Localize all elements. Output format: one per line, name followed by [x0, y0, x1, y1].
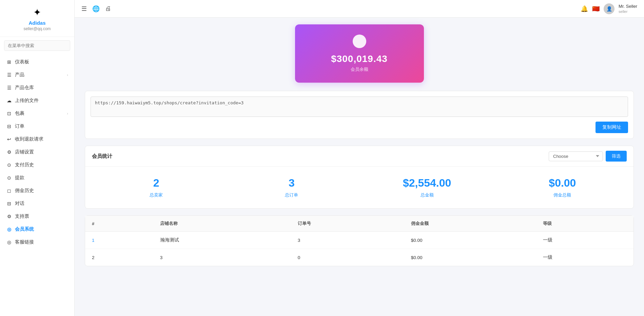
stats-section: 会员统计 Choose 筛选 2 总卖家 3 总订单 $2	[85, 146, 634, 209]
menu-icon[interactable]: ☰	[81, 5, 87, 13]
sidebar-nav: ⊞ 仪表板 ☰ 产品 › ☰ 产品仓库 ☁ 上传的文件 ⊡	[0, 54, 74, 316]
table-body: 1 瀚海测试 3 $0.00 一级 2 3 0 $0.00 一级	[85, 232, 633, 266]
stat-label: 佣金总额	[498, 192, 627, 198]
balance-card: $300,019.43 会员余额	[295, 24, 424, 83]
table-row: 1 瀚海测试 3 $0.00 一级	[85, 232, 633, 249]
topbar-left: ☰ 🌐 🖨	[81, 5, 111, 13]
topbar: ☰ 🌐 🖨 🔔 🇨🇳 👤 Mr. Seller seller	[75, 0, 644, 18]
globe-icon[interactable]: 🌐	[92, 5, 100, 13]
sidebar-item-label: 产品仓库	[15, 85, 34, 91]
user-info: Mr. Seller seller	[619, 4, 637, 14]
avatar-icon: 👤	[606, 6, 612, 12]
stat-total-orders: 3 总订单	[227, 177, 356, 198]
cell-id: 1	[85, 232, 153, 249]
invite-url-textarea[interactable]	[91, 97, 628, 117]
sidebar-item-label: 店铺设置	[15, 149, 34, 155]
stat-value: 2	[92, 177, 220, 189]
cell-commission: $0.00	[404, 232, 536, 249]
cell-level: 一级	[536, 249, 633, 266]
sidebar-item-label: 支持票	[15, 213, 29, 219]
cell-shop-name: 3	[153, 249, 291, 266]
sidebar-item-commission-history[interactable]: ◻ 佣金历史	[0, 184, 74, 197]
sidebar-item-dashboard[interactable]: ⊞ 仪表板	[0, 56, 74, 68]
sidebar-item-label: 包裹	[15, 110, 24, 117]
cell-id: 2	[85, 249, 153, 266]
stat-label: 总金额	[363, 192, 491, 198]
sidebar-item-label: 产品	[15, 72, 24, 78]
username-label: Mr. Seller	[619, 4, 637, 9]
col-level: 等级	[536, 216, 633, 232]
sidebar: ✦ Adidas seller@qq.com ⊞ 仪表板 ☰ 产品 › ☰ 产品…	[0, 0, 75, 316]
row-id-link[interactable]: 1	[92, 238, 95, 243]
settings-icon: ⚙	[6, 149, 12, 155]
sidebar-item-orders[interactable]: ⊟ 订单	[0, 120, 74, 133]
copy-url-button[interactable]: 复制网址	[596, 122, 628, 133]
sidebar-item-label: 佣金历史	[15, 188, 34, 194]
sidebar-item-customer-link[interactable]: ◎ 客服链接	[0, 236, 74, 249]
notification-bell-icon[interactable]: 🔔	[581, 5, 588, 13]
col-order-number: 订单号	[291, 216, 404, 232]
chevron-right-icon: ›	[67, 111, 68, 115]
sidebar-item-affiliate[interactable]: ◎ 会员系统	[0, 223, 74, 236]
dashboard-icon: ⊞	[6, 59, 12, 65]
stats-header: 会员统计 Choose 筛选	[85, 146, 633, 167]
col-shop-name: 店铺名称	[153, 216, 291, 232]
withdraw-icon: ⊙	[6, 175, 12, 181]
stat-label: 总卖家	[92, 192, 220, 198]
sidebar-item-shop-settings[interactable]: ⚙ 店铺设置	[0, 146, 74, 159]
sidebar-item-uploads[interactable]: ☁ 上传的文件	[0, 94, 74, 107]
upload-icon: ☁	[6, 98, 12, 103]
sidebar-item-payment-history[interactable]: ⊙ 支付历史	[0, 159, 74, 171]
sidebar-item-refunds[interactable]: ↩ 收到退款请求	[0, 133, 74, 146]
sidebar-item-warehouse[interactable]: ☰ 产品仓库	[0, 81, 74, 94]
stats-grid: 2 总卖家 3 总订单 $2,554.00 总金额 $0.00 佣金总额	[85, 167, 633, 208]
sidebar-item-products[interactable]: ☰ 产品 ›	[0, 68, 74, 81]
balance-circle-decoration	[353, 35, 366, 48]
language-flag-icon[interactable]: 🇨🇳	[592, 5, 600, 13]
filter-button[interactable]: 筛选	[606, 151, 627, 162]
stats-filter-area: Choose 筛选	[549, 151, 627, 162]
sidebar-item-label: 支付历史	[15, 162, 34, 168]
cell-orders: 3	[291, 232, 404, 249]
stat-value: $2,554.00	[363, 177, 491, 189]
sidebar-item-label: 收到退款请求	[15, 136, 43, 142]
chevron-right-icon: ›	[67, 73, 68, 77]
sidebar-item-label: 客服链接	[15, 239, 34, 245]
brand-logo: ✦	[33, 7, 41, 18]
topbar-right: 🔔 🇨🇳 👤 Mr. Seller seller	[581, 3, 637, 14]
sidebar-item-packages[interactable]: ⊡ 包裹 ›	[0, 107, 74, 120]
chat-icon: ⊟	[6, 201, 12, 206]
customer-icon: ◎	[6, 239, 12, 245]
sidebar-brand: ✦ Adidas seller@qq.com	[0, 0, 74, 37]
col-commission: 佣金金额	[404, 216, 536, 232]
sidebar-search-input[interactable]	[4, 40, 70, 51]
brand-name: Adidas	[28, 20, 45, 26]
sidebar-item-conversation[interactable]: ⊟ 对话	[0, 197, 74, 210]
sidebar-item-label: 订单	[15, 123, 24, 129]
stat-total-sellers: 2 总卖家	[92, 177, 220, 198]
main-area: ☰ 🌐 🖨 🔔 🇨🇳 👤 Mr. Seller seller $300,019.…	[75, 0, 644, 316]
table-row: 2 3 0 $0.00 一级	[85, 249, 633, 266]
cell-orders: 0	[291, 249, 404, 266]
refunds-icon: ↩	[6, 136, 12, 142]
support-icon: ⚙	[6, 214, 12, 219]
packages-icon: ⊡	[6, 111, 12, 116]
warehouse-icon: ☰	[6, 85, 12, 90]
balance-amount: $300,019.43	[309, 54, 410, 64]
print-icon[interactable]: 🖨	[105, 5, 111, 12]
stat-label: 总订单	[227, 192, 356, 198]
products-icon: ☰	[6, 72, 12, 78]
user-role-label: seller	[619, 9, 637, 14]
stat-value: $0.00	[498, 177, 627, 189]
avatar[interactable]: 👤	[604, 3, 614, 14]
stat-total-commission: $0.00 佣金总额	[498, 177, 627, 198]
stats-filter-select[interactable]: Choose	[549, 151, 603, 161]
table-header-row: # 店铺名称 订单号 佣金金额 等级	[85, 216, 633, 232]
sidebar-item-label: 上传的文件	[15, 98, 39, 104]
sidebar-item-withdraw[interactable]: ⊙ 提款	[0, 171, 74, 184]
content-area: $300,019.43 会员余额 复制网址 会员统计 Choose 筛选	[75, 18, 644, 316]
col-id: #	[85, 216, 153, 232]
sidebar-item-label: 提款	[15, 175, 24, 181]
sidebar-item-support[interactable]: ⚙ 支持票	[0, 210, 74, 223]
sidebar-item-label: 对话	[15, 201, 24, 207]
